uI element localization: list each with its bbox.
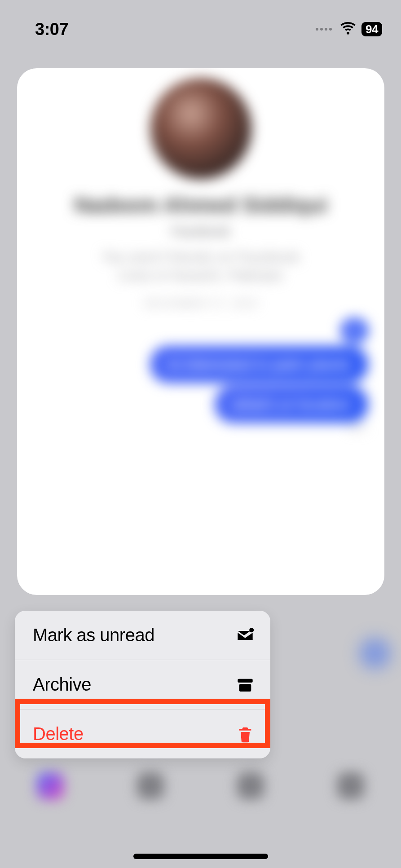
date-stamp: DECEMBER 27, 2023: [17, 297, 384, 310]
archive-box-icon: [236, 676, 254, 694]
message-bubbles: hi m interested in palm plants what's ur…: [17, 318, 384, 423]
sent-message: what's ur location: [215, 386, 368, 423]
avatar: [150, 78, 251, 179]
status-right: 94: [316, 19, 382, 40]
svg-rect-1: [238, 679, 252, 682]
wifi-icon: [340, 19, 356, 40]
menu-label: Archive: [33, 674, 91, 695]
sent-indicator: Sent: [17, 423, 384, 433]
context-menu: Mark as unread Archive Delete: [15, 611, 270, 758]
menu-label: Delete: [33, 724, 84, 744]
status-time: 3:07: [35, 20, 68, 39]
menu-label: Mark as unread: [33, 625, 154, 645]
tab-bar: [0, 772, 401, 799]
info-line-1: You aren't friends on Facebook: [17, 249, 384, 265]
envelope-dot-icon: [236, 626, 254, 644]
platform-label: Facebook: [17, 224, 384, 239]
status-bar: 3:07 94: [0, 0, 401, 45]
home-indicator[interactable]: [133, 854, 268, 859]
svg-point-0: [249, 628, 254, 632]
contact-name: Nadeem Ahmed Siddiqui: [17, 193, 384, 217]
svg-rect-2: [239, 684, 251, 692]
battery-badge: 94: [361, 22, 382, 37]
info-line-2: Lives in Karachi, Pakistan: [17, 267, 384, 284]
sent-message: hi: [340, 318, 368, 343]
archive-item[interactable]: Archive: [15, 660, 270, 709]
cellular-dots-icon: [316, 28, 332, 31]
sent-message: m interested in palm plants: [150, 346, 368, 383]
trash-icon: [236, 725, 254, 743]
delete-item[interactable]: Delete: [15, 709, 270, 758]
chat-preview-card[interactable]: Nadeem Ahmed Siddiqui Facebook You aren'…: [17, 68, 384, 595]
mark-unread-item[interactable]: Mark as unread: [15, 611, 270, 660]
